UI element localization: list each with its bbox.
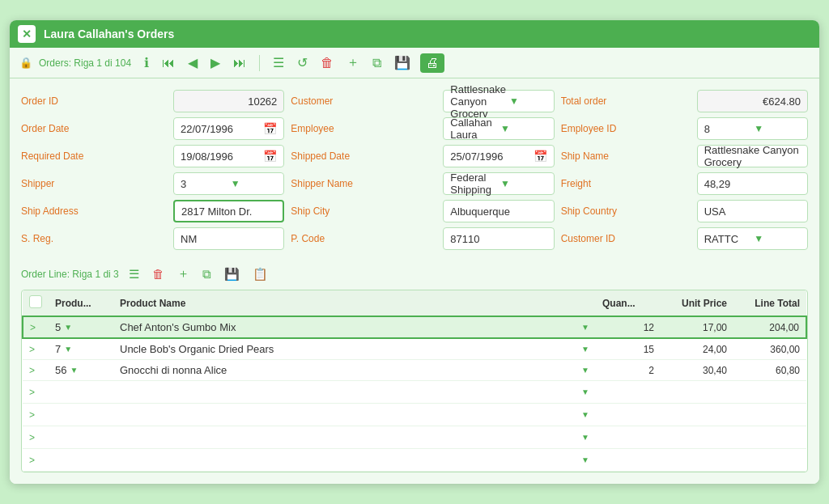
table-row[interactable]: > 5 ▼ Chef Anton's Gumbo Mix ▼ 12 17,00 … — [23, 316, 806, 338]
total-order-value: €624.80 — [763, 95, 801, 108]
col-product-id: Produ... — [49, 290, 113, 316]
col-product-name: Product Name — [113, 290, 596, 316]
col-line-total: Line Total — [733, 290, 806, 316]
delete-button[interactable]: 🗑 — [317, 54, 337, 72]
row-unit-price-2: 30,40 — [661, 360, 733, 381]
employee-dropdown[interactable]: Callahan Laura ▼ — [443, 117, 554, 140]
copy-button[interactable]: ⧉ — [369, 54, 385, 72]
shipped-date-field[interactable]: 25/07/1996 📅 — [443, 145, 554, 167]
next-button[interactable]: ▶ — [207, 53, 223, 72]
order-line-menu-button[interactable]: ☰ — [125, 265, 142, 283]
order-date-calendar-icon[interactable]: 📅 — [263, 122, 277, 135]
row-name-arrow-2[interactable]: ▼ — [581, 366, 589, 375]
shipped-date-calendar-icon[interactable]: 📅 — [534, 150, 547, 163]
employee-id-dropdown[interactable]: 8 ▼ — [697, 117, 808, 140]
row-line-total-1: 360,00 — [733, 338, 806, 360]
last-button[interactable]: ⏭ — [230, 54, 249, 72]
empty-arrow-0[interactable]: ▼ — [581, 388, 589, 396]
shipper-name-value: Federal Shipping — [450, 172, 497, 196]
order-line-table: Produ... Product Name Quan... Unit Price… — [21, 290, 808, 472]
empty-expand-0[interactable]: > — [23, 381, 49, 404]
ship-name-field[interactable]: Rattlesnake Canyon Grocery — [697, 145, 808, 167]
required-date-field[interactable]: 19/08/1996 📅 — [173, 145, 284, 167]
customer-id-dropdown[interactable]: RATTC ▼ — [697, 227, 808, 250]
row-product-arrow-1[interactable]: ▼ — [64, 345, 72, 354]
row-name-arrow-0[interactable]: ▼ — [581, 323, 589, 332]
table-row[interactable]: > 7 ▼ Uncle Bob's Organic Dried Pears ▼ … — [23, 338, 806, 360]
row-product-id-1: 7 ▼ — [49, 338, 113, 360]
row-product-arrow-2[interactable]: ▼ — [70, 366, 78, 375]
header-checkbox[interactable] — [29, 295, 42, 308]
shipper-value: 3 — [181, 178, 227, 190]
refresh-button[interactable]: ↺ — [294, 53, 311, 72]
print-button[interactable]: 🖨 — [420, 53, 444, 73]
empty-id-2 — [49, 426, 113, 449]
freight-field[interactable]: 48,29 — [697, 172, 808, 195]
row-product-arrow-0[interactable]: ▼ — [64, 323, 72, 332]
order-line-export-button[interactable]: 📋 — [249, 265, 271, 283]
save-button[interactable]: 💾 — [391, 53, 414, 72]
order-line-delete-button[interactable]: 🗑 — [149, 265, 168, 282]
empty-name-0: ▼ — [113, 381, 596, 404]
empty-expand-2[interactable]: > — [23, 426, 49, 449]
ship-name-label: Ship Name — [561, 150, 691, 162]
total-order-field: €624.80 — [697, 90, 808, 112]
customer-dropdown[interactable]: Rattlesnake Canyon Grocery ▼ — [443, 90, 554, 112]
empty-id-0 — [49, 381, 113, 404]
list-button[interactable]: ☰ — [270, 53, 287, 72]
first-button[interactable]: ⏮ — [159, 54, 178, 72]
row-expand-1[interactable]: > — [23, 338, 49, 360]
ship-address-value: 2817 Milton Dr. — [181, 205, 252, 218]
employee-id-value: 8 — [704, 123, 751, 135]
empty-arrow-2[interactable]: ▼ — [581, 433, 589, 442]
title-bar: ✕ Laura Callahan's Orders — [10, 20, 819, 48]
order-date-field[interactable]: 22/07/1996 📅 — [173, 117, 284, 140]
table-row[interactable]: > 56 ▼ Gnocchi di nonna Alice ▼ 2 30,40 … — [23, 360, 806, 381]
prev-button[interactable]: ◀ — [185, 53, 201, 72]
order-form: Order ID 10262 Customer Rattlesnake Cany… — [21, 90, 808, 250]
empty-qty-3 — [596, 449, 661, 472]
ship-name-value: Rattlesnake Canyon Grocery — [704, 144, 801, 168]
col-quantity: Quan... — [596, 290, 661, 316]
shipper-name-dropdown[interactable]: Federal Shipping ▼ — [443, 172, 554, 195]
col-checkbox — [23, 290, 49, 316]
customer-id-label: Customer ID — [561, 233, 691, 244]
customer-label: Customer — [291, 95, 436, 107]
empty-qty-0 — [596, 381, 661, 404]
empty-price-1 — [661, 404, 733, 426]
order-line-add-button[interactable]: ＋ — [174, 265, 193, 283]
customer-id-value: RATTC — [704, 233, 751, 245]
shipper-dropdown[interactable]: 3 ▼ — [173, 172, 284, 195]
add-button[interactable]: ＋ — [343, 53, 363, 73]
row-expand-2[interactable]: > — [23, 360, 49, 381]
order-line-copy-button[interactable]: ⧉ — [199, 265, 215, 283]
order-id-field[interactable]: 10262 — [173, 90, 284, 112]
p-code-field[interactable]: 87110 — [443, 227, 554, 250]
row-quantity-1: 15 — [596, 338, 661, 360]
empty-expand-1[interactable]: > — [23, 404, 49, 426]
order-id-label: Order ID — [21, 95, 167, 107]
empty-arrow-1[interactable]: ▼ — [581, 410, 589, 419]
info-button[interactable]: ℹ — [141, 53, 152, 72]
shipped-date-value: 25/07/1996 — [450, 150, 503, 163]
empty-expand-3[interactable]: > — [23, 449, 49, 472]
customer-value: Rattlesnake Canyon Grocery — [450, 83, 506, 120]
s-reg-field[interactable]: NM — [173, 227, 284, 250]
s-reg-label: S. Reg. — [21, 233, 167, 244]
employee-value: Callahan Laura — [450, 116, 497, 141]
empty-price-2 — [661, 426, 733, 449]
ship-city-field[interactable]: Albuquerque — [443, 200, 554, 222]
row-name-arrow-1[interactable]: ▼ — [581, 345, 589, 354]
row-quantity-0: 12 — [596, 316, 661, 338]
ship-country-field[interactable]: USA — [697, 200, 808, 222]
required-date-calendar-icon[interactable]: 📅 — [263, 150, 277, 163]
empty-total-1 — [733, 404, 806, 426]
row-unit-price-0: 17,00 — [661, 316, 733, 338]
close-button[interactable]: ✕ — [18, 25, 36, 43]
empty-row: > ▼ — [23, 404, 806, 426]
ship-address-field[interactable]: 2817 Milton Dr. — [173, 200, 284, 222]
order-line-save-button[interactable]: 💾 — [221, 265, 243, 283]
row-expand-0[interactable]: > — [23, 316, 49, 338]
empty-arrow-3[interactable]: ▼ — [581, 455, 589, 464]
row-unit-price-1: 24,00 — [661, 338, 733, 360]
